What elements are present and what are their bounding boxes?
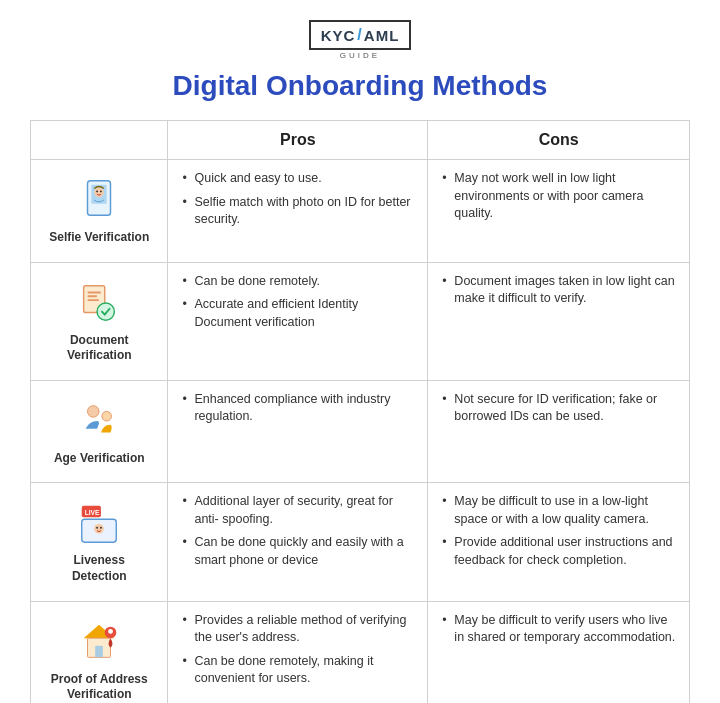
svg-rect-6 (88, 291, 101, 293)
method-content: Selfie Verification (43, 170, 155, 252)
pros-item: Provides a reliable method of verifying … (180, 612, 415, 647)
cons-item: Not secure for ID verification; fake or … (440, 391, 677, 426)
cons-cell-3: May be difficult to use in a low-light s… (428, 483, 690, 601)
pros-item: Selfie match with photo on ID for better… (180, 194, 415, 229)
method-cell-3: LIVE Liveness Detection (31, 483, 168, 601)
logo-kyc: KYC (321, 27, 356, 44)
page-title: Digital Onboarding Methods (30, 70, 690, 102)
table-row: Document Verification Can be done remote… (31, 262, 690, 380)
method-label: Age Verification (54, 451, 145, 467)
pros-cell-2: Enhanced compliance with industry regula… (168, 380, 428, 483)
logo-guide: GUIDE (340, 51, 380, 60)
svg-point-16 (96, 527, 98, 529)
logo-aml: AML (364, 27, 400, 44)
pros-cell-4: Provides a reliable method of verifying … (168, 601, 428, 703)
address-icon (75, 618, 123, 666)
method-cell-2: Age Verification (31, 380, 168, 483)
main-table: Pros Cons Selfie Verification Quick and … (30, 120, 690, 703)
pros-cell-0: Quick and easy to use.Selfie match with … (168, 160, 428, 263)
svg-point-22 (108, 629, 113, 634)
method-label: Document Verification (47, 333, 151, 364)
cons-cell-0: May not work well in low light environme… (428, 160, 690, 263)
svg-point-3 (96, 190, 98, 192)
svg-point-10 (88, 405, 100, 417)
age-icon (75, 397, 123, 445)
table-row: Age Verification Enhanced compliance wit… (31, 380, 690, 483)
header-method (31, 121, 168, 160)
method-content: Document Verification (43, 273, 155, 370)
method-content: Proof of Address Verification (43, 612, 155, 703)
table-row: LIVE Liveness Detection Additional layer… (31, 483, 690, 601)
cons-cell-1: Document images taken in low light can m… (428, 262, 690, 380)
method-content: LIVE Liveness Detection (43, 493, 155, 590)
cons-cell-2: Not secure for ID verification; fake or … (428, 380, 690, 483)
cons-item: May be difficult to verify users who liv… (440, 612, 677, 647)
svg-rect-7 (88, 295, 98, 297)
table-row: Proof of Address Verification Provides a… (31, 601, 690, 703)
method-cell-4: Proof of Address Verification (31, 601, 168, 703)
pros-item: Accurate and efficient Identity Document… (180, 296, 415, 331)
cons-item: May be difficult to use in a low-light s… (440, 493, 677, 528)
pros-item: Can be done remotely. (180, 273, 415, 291)
method-content: Age Verification (43, 391, 155, 473)
pros-item: Can be done remotely, making it convenie… (180, 653, 415, 688)
method-label: Proof of Address Verification (47, 672, 151, 703)
pros-item: Can be done quickly and easily with a sm… (180, 534, 415, 569)
liveness-icon: LIVE (75, 499, 123, 547)
document-icon (75, 279, 123, 327)
method-label: Selfie Verification (49, 230, 149, 246)
pros-item: Enhanced compliance with industry regula… (180, 391, 415, 426)
method-cell-1: Document Verification (31, 262, 168, 380)
svg-rect-20 (95, 645, 103, 657)
svg-point-17 (100, 527, 102, 529)
table-header-row: Pros Cons (31, 121, 690, 160)
pros-cell-1: Can be done remotely.Accurate and effici… (168, 262, 428, 380)
pros-cell-3: Additional layer of security, great for … (168, 483, 428, 601)
cons-item: May not work well in low light environme… (440, 170, 677, 223)
method-label: Liveness Detection (47, 553, 151, 584)
cons-item: Document images taken in low light can m… (440, 273, 677, 308)
logo-slash: / (357, 26, 361, 44)
cons-cell-4: May be difficult to verify users who liv… (428, 601, 690, 703)
selfie-icon (75, 176, 123, 224)
header-cons: Cons (428, 121, 690, 160)
logo-box: KYC / AML (309, 20, 412, 50)
header-pros: Pros (168, 121, 428, 160)
svg-point-11 (102, 411, 112, 421)
pros-item: Additional layer of security, great for … (180, 493, 415, 528)
pros-item: Quick and easy to use. (180, 170, 415, 188)
cons-item: Provide additional user instructions and… (440, 534, 677, 569)
table-row: Selfie Verification Quick and easy to us… (31, 160, 690, 263)
logo: KYC / AML GUIDE (309, 20, 412, 60)
svg-point-9 (97, 303, 114, 320)
header: KYC / AML GUIDE (30, 20, 690, 60)
svg-point-4 (100, 190, 102, 192)
svg-rect-8 (88, 299, 100, 301)
method-cell-0: Selfie Verification (31, 160, 168, 263)
svg-text:LIVE: LIVE (85, 510, 100, 517)
